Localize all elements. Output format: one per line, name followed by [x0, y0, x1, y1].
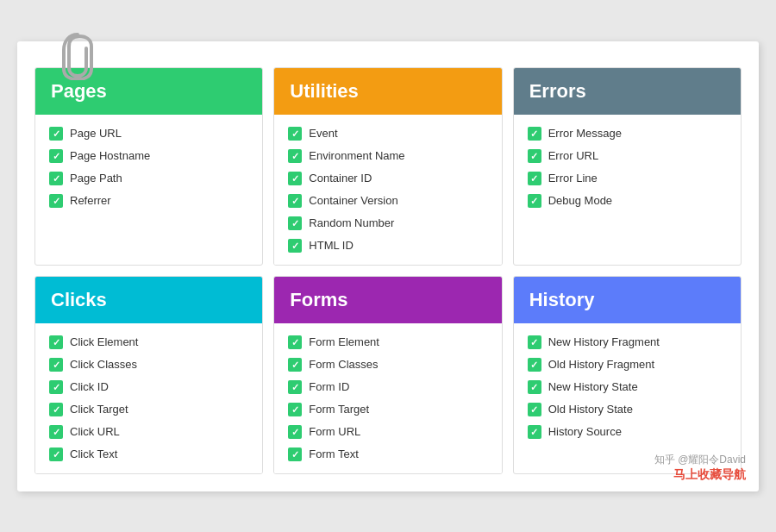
list-item: Page Hostname [49, 149, 248, 163]
card-pages: PagesPage URLPage HostnamePage PathRefer… [34, 67, 263, 266]
list-item: Click Element [49, 335, 248, 349]
card-forms-body: Form ElementForm ClassesForm IDForm Targ… [274, 323, 501, 473]
item-label: Referrer [70, 194, 111, 207]
paperclip-icon [60, 33, 95, 80]
card-clicks-header: Clicks [35, 277, 262, 323]
item-label: Random Number [309, 216, 394, 229]
list-item: New History State [528, 380, 727, 394]
list-item: Random Number [288, 216, 487, 230]
check-icon [49, 358, 63, 372]
card-errors: ErrorsError MessageError URLError LineDe… [513, 67, 742, 266]
card-grid: PagesPage URLPage HostnamePage PathRefer… [34, 67, 742, 474]
card-clicks: ClicksClick ElementClick ClassesClick ID… [34, 276, 263, 474]
item-label: Click ID [70, 380, 109, 393]
watermark-line1: 知乎 @耀阳令David [654, 453, 746, 467]
check-icon [49, 194, 63, 208]
list-item: Referrer [49, 194, 248, 208]
check-icon [528, 425, 541, 439]
check-icon [288, 335, 302, 349]
list-item: Old History State [528, 403, 727, 416]
check-icon [288, 380, 302, 394]
list-item: Event [288, 127, 487, 141]
list-item: Page Path [49, 172, 248, 185]
check-icon [528, 194, 541, 208]
list-item: Error Line [528, 172, 727, 185]
check-icon [528, 403, 541, 416]
check-icon [528, 172, 541, 185]
item-label: Form URL [309, 425, 360, 438]
card-history-body: New History FragmentOld History Fragment… [514, 323, 741, 451]
check-icon [288, 358, 302, 372]
card-history-header: History [514, 277, 741, 323]
check-icon [528, 358, 541, 372]
item-label: New History Fragment [548, 335, 660, 348]
item-label: Page Hostname [70, 149, 150, 162]
check-icon [528, 380, 541, 394]
item-label: Container ID [309, 172, 372, 185]
check-icon [288, 194, 302, 208]
item-label: Old History Fragment [548, 358, 655, 371]
check-icon [288, 216, 302, 230]
list-item: HTML ID [288, 239, 487, 253]
item-label: HTML ID [309, 239, 354, 252]
list-item: Click ID [49, 380, 248, 394]
item-label: Form Classes [309, 358, 378, 371]
check-icon [288, 127, 302, 141]
card-forms: FormsForm ElementForm ClassesForm IDForm… [273, 276, 502, 474]
item-label: Click URL [70, 425, 120, 438]
check-icon [49, 335, 63, 349]
item-label: Event [309, 127, 337, 140]
check-icon [288, 403, 302, 416]
card-utilities: UtilitiesEventEnvironment NameContainer … [273, 67, 502, 266]
item-label: Error Message [548, 127, 622, 140]
item-label: Click Target [70, 403, 128, 416]
item-label: Container Version [309, 194, 397, 207]
item-label: Error URL [548, 149, 599, 162]
card-forms-header: Forms [274, 277, 501, 323]
item-label: Debug Mode [548, 194, 612, 207]
check-icon [288, 425, 302, 439]
check-icon [288, 448, 302, 461]
list-item: Form ID [288, 380, 487, 394]
check-icon [528, 335, 541, 349]
list-item: Form Element [288, 335, 487, 349]
check-icon [288, 149, 302, 163]
item-label: Error Line [548, 172, 598, 185]
check-icon [49, 425, 63, 439]
list-item: Form Text [288, 448, 487, 461]
list-item: Error Message [528, 127, 727, 141]
item-label: Click Element [70, 335, 138, 348]
item-label: Environment Name [309, 149, 404, 162]
card-utilities-body: EventEnvironment NameContainer IDContain… [274, 115, 501, 265]
card-clicks-body: Click ElementClick ClassesClick IDClick … [35, 323, 262, 473]
watermark-line2: 马上收藏导航 [654, 467, 746, 483]
list-item: Old History Fragment [528, 358, 727, 372]
item-label: History Source [548, 425, 622, 438]
list-item: Click URL [49, 425, 248, 439]
item-label: New History State [548, 380, 638, 393]
check-icon [49, 149, 63, 163]
list-item: Form Classes [288, 358, 487, 372]
list-item: Click Classes [49, 358, 248, 372]
check-icon [49, 448, 63, 461]
check-icon [49, 403, 63, 416]
card-pages-body: Page URLPage HostnamePage PathReferrer [35, 115, 262, 220]
item-label: Page Path [70, 172, 122, 185]
list-item: Debug Mode [528, 194, 727, 208]
list-item: Form Target [288, 403, 487, 416]
list-item: Click Target [49, 403, 248, 416]
card-errors-body: Error MessageError URLError LineDebug Mo… [514, 115, 741, 220]
check-icon [288, 239, 302, 253]
item-label: Click Classes [70, 358, 137, 371]
list-item: Environment Name [288, 149, 487, 163]
list-item: History Source [528, 425, 727, 439]
list-item: Form URL [288, 425, 487, 439]
check-icon [49, 380, 63, 394]
check-icon [288, 172, 302, 185]
list-item: Page URL [49, 127, 248, 141]
paper-container: PagesPage URLPage HostnamePage PathRefer… [17, 41, 759, 491]
list-item: Container Version [288, 194, 487, 208]
check-icon [528, 127, 541, 141]
item-label: Form Text [309, 448, 359, 460]
list-item: Error URL [528, 149, 727, 163]
